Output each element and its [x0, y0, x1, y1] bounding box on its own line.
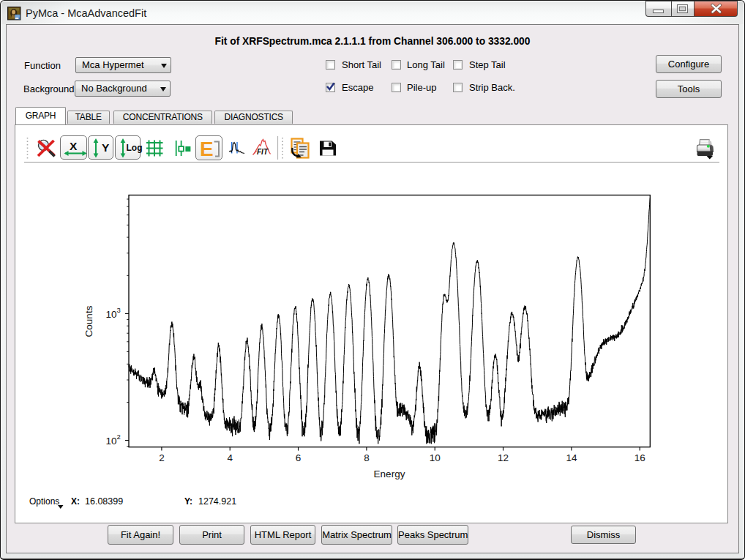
svg-text:12: 12: [498, 452, 509, 463]
svg-text:14: 14: [566, 452, 577, 463]
svg-text:Energy: Energy: [374, 468, 405, 479]
svg-text:Log: Log: [127, 143, 143, 153]
svg-text:4: 4: [227, 452, 233, 463]
svg-text:10: 10: [430, 452, 441, 463]
svg-text:10: 10: [106, 309, 117, 320]
svg-text:8: 8: [364, 452, 370, 463]
svg-text:FIT: FIT: [257, 148, 269, 156]
svg-text:2: 2: [159, 452, 165, 463]
svg-text:16: 16: [634, 452, 645, 463]
svg-text:Y: Y: [102, 141, 110, 154]
svg-text:E: E: [200, 138, 214, 160]
svg-text:10: 10: [106, 436, 117, 447]
svg-text:6: 6: [296, 452, 302, 463]
svg-text:Counts: Counts: [83, 305, 94, 337]
svg-text:2: 2: [117, 433, 121, 441]
svg-text:X: X: [70, 140, 78, 152]
svg-text:3: 3: [117, 306, 121, 314]
